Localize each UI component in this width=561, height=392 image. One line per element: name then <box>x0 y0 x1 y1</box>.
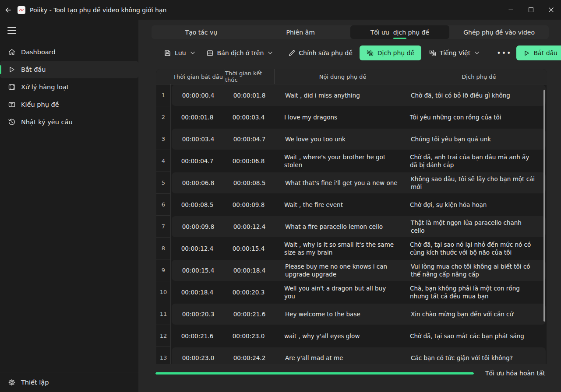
sidebar-item-start[interactable]: Bắt đầu <box>0 61 138 78</box>
cell-start-time: 00:00:00.4 <box>172 91 225 99</box>
tab-optimize-translate[interactable]: Tối ưu dịch phụ đề <box>350 25 450 39</box>
row-panel: 00:00:18.4 00:00:20.3 Well you ain't a d… <box>171 281 547 303</box>
cell-start-time: 00:00:23.0 <box>172 354 225 362</box>
row-panel: 00:00:01.8 00:00:03.4 I love my dragons … <box>171 106 547 128</box>
table-row[interactable]: 13 00:00:23.0 00:00:24.2 Are y'all mad a… <box>156 347 547 364</box>
cell-translation: Chờ đã, tại sao mắt các bạn phát sáng <box>410 332 547 340</box>
cell-subtitle-content: I love my dragons <box>273 113 410 121</box>
tab-merge-subtitle[interactable]: Ghép phụ đề vào video <box>449 25 549 39</box>
header-end-time: Thời gian kết thúc <box>225 69 274 84</box>
save-button[interactable]: Lưu <box>161 46 198 60</box>
history-icon <box>7 118 16 126</box>
cell-subtitle-content: Are y'all mad at me <box>274 354 411 362</box>
translate-subtitle-button[interactable]: Dịch phụ đề <box>360 46 421 60</box>
row-panel: 00:00:21.6 00:00:23.0 wait , why y'all e… <box>171 325 547 347</box>
table-row[interactable]: 1 00:00:00.4 00:00:01.8 Wait , did i mis… <box>156 84 547 106</box>
cell-subtitle-content: We love you too unk <box>274 135 411 143</box>
hamburger-menu-icon[interactable] <box>0 20 24 41</box>
table-row[interactable]: 11 00:00:20.3 00:00:21.6 Hey welcome to … <box>156 303 547 325</box>
sidebar-item-request-log[interactable]: Nhật ký yêu cầu <box>0 113 138 131</box>
close-button[interactable] <box>541 0 561 20</box>
sidebar-item-dashboard[interactable]: Dashboard <box>0 43 138 61</box>
more-options-button[interactable]: ••• <box>492 49 516 57</box>
maximize-button[interactable] <box>521 0 541 20</box>
language-dropdown[interactable]: Tiếng Việt <box>427 46 482 60</box>
cell-end-time: 00:00:12.4 <box>225 223 274 231</box>
play-icon <box>523 50 530 56</box>
table-row[interactable]: 8 00:00:12.4 00:00:15.4 Wait , why is it… <box>156 238 547 259</box>
edit-subtitle-button[interactable]: Chỉnh sửa phụ đề <box>286 46 355 60</box>
home-icon <box>7 48 16 56</box>
progress-bar <box>155 372 474 374</box>
caption-buttons <box>501 0 561 20</box>
cell-translation: Xin chào mừng bạn đến với căn cứ <box>411 310 546 318</box>
row-index: 11 <box>156 303 171 325</box>
table-row[interactable]: 6 00:00:08.5 00:00:09.8 Wait , the fire … <box>156 194 547 216</box>
cell-translation: Chờ đợi, sự kiện hỏa hoạn <box>410 201 547 209</box>
cell-translation: Vui lòng mua cho tôi không ai biết tôi c… <box>411 262 546 278</box>
cell-end-time: 00:00:18.4 <box>225 266 274 274</box>
edit-subtitle-label: Chỉnh sửa phụ đề <box>299 49 353 56</box>
table-header: Thời gian bắt đầu Thời gian kết thúc Nội… <box>156 69 547 84</box>
sidebar-item-label: Dashboard <box>21 49 56 56</box>
sidebar-item-label: Kiểu phụ đề <box>21 101 59 108</box>
table-row[interactable]: 3 00:00:03.4 00:00:04.7 We love you too … <box>156 128 547 150</box>
row-index: 13 <box>156 347 171 364</box>
cell-end-time: 00:00:03.4 <box>224 113 273 121</box>
progress-fill <box>155 372 474 374</box>
cell-subtitle-content: Wait , did i miss anything <box>274 91 411 99</box>
table-row[interactable]: 9 00:00:15.4 00:00:18.4 Please buy me no… <box>156 259 547 281</box>
cell-translation: Chờ đã, tôi có bỏ lỡ điều gì không <box>411 91 546 99</box>
cell-subtitle-content: What that's fine i'll get you a new one <box>274 179 411 187</box>
row-index: 4 <box>156 150 171 172</box>
header-start-time: Thời gian bắt đầu <box>171 69 225 84</box>
cell-subtitle-content: Hey welcome to the base <box>274 310 411 318</box>
minimize-button[interactable] <box>501 0 521 20</box>
layout-icon <box>206 49 214 57</box>
cell-start-time: 00:00:09.8 <box>172 223 225 231</box>
cell-end-time: 00:00:15.4 <box>224 245 273 252</box>
row-panel: 00:00:15.4 00:00:18.4 Please buy me no o… <box>172 260 546 281</box>
layout-mode-dropdown[interactable]: Bản dịch ở trên <box>204 46 275 60</box>
cell-end-time: 00:00:20.3 <box>224 288 273 296</box>
save-icon <box>164 49 171 57</box>
translate-subtitle-label: Dịch phụ đề <box>378 49 414 56</box>
cell-end-time: 00:00:09.8 <box>224 201 273 209</box>
vertical-scrollbar[interactable] <box>543 90 545 322</box>
sidebar-item-label: Xử lý hàng loạt <box>21 84 69 91</box>
row-index: 3 <box>156 128 171 150</box>
row-panel: 00:00:20.3 00:00:21.6 Hey welcome to the… <box>172 304 546 325</box>
table-body: 1 00:00:00.4 00:00:01.8 Wait , did i mis… <box>156 84 547 364</box>
gear-icon <box>7 378 16 387</box>
back-button[interactable] <box>0 0 15 20</box>
cell-start-time: 00:00:06.8 <box>172 179 225 187</box>
cell-translation: Các bạn có tức giận với tôi không? <box>411 354 546 362</box>
chevron-down-icon <box>475 52 479 54</box>
toolbar: Lưu Bản dịch ở trên <box>161 45 545 61</box>
layout-mode-label: Bản dịch ở trên <box>217 49 264 56</box>
cell-start-time: 00:00:20.3 <box>172 310 225 318</box>
cell-translation: Chờ đã, tại sao nó lại nhỏ đến mức nó có… <box>410 241 547 256</box>
tab-transcription[interactable]: Phiên âm <box>251 25 350 39</box>
sidebar-item-settings[interactable]: Thiết lập <box>0 372 138 392</box>
start-button[interactable]: Bắt đầu <box>516 46 561 60</box>
statusbar: Tối ưu hóa hoàn tất <box>155 370 545 377</box>
table-row[interactable]: 7 00:00:09.8 00:00:12.4 What a fire para… <box>156 216 547 238</box>
table-row[interactable]: 5 00:00:06.8 00:00:08.5 What that's fine… <box>156 172 547 194</box>
text-style-icon <box>7 100 16 109</box>
row-panel: 00:00:04.7 00:00:06.8 Wait , where's you… <box>171 150 547 172</box>
table-row[interactable]: 2 00:00:01.8 00:00:03.4 I love my dragon… <box>156 106 547 128</box>
sidebar-item-subtitle-style[interactable]: Kiểu phụ đề <box>0 96 138 113</box>
translate-icon <box>429 49 436 56</box>
settings-label: Thiết lập <box>21 379 49 386</box>
row-panel: 00:00:23.0 00:00:24.2 Are y'all mad at m… <box>172 347 546 364</box>
table-row[interactable]: 12 00:00:21.6 00:00:23.0 wait , why y'al… <box>156 325 547 347</box>
sidebar-item-batch[interactable]: Xử lý hàng loạt <box>0 78 138 96</box>
pencil-icon <box>288 49 295 56</box>
cell-subtitle-content: Well you ain't a dragon but all buy you <box>273 284 410 300</box>
cell-start-time: 00:00:01.8 <box>171 113 224 121</box>
tab-create-task[interactable]: Tạo tác vụ <box>152 25 251 39</box>
table-row[interactable]: 10 00:00:18.4 00:00:20.3 Well you ain't … <box>156 281 547 303</box>
row-index: 9 <box>156 259 171 281</box>
table-row[interactable]: 4 00:00:04.7 00:00:06.8 Wait , where's y… <box>156 150 547 172</box>
